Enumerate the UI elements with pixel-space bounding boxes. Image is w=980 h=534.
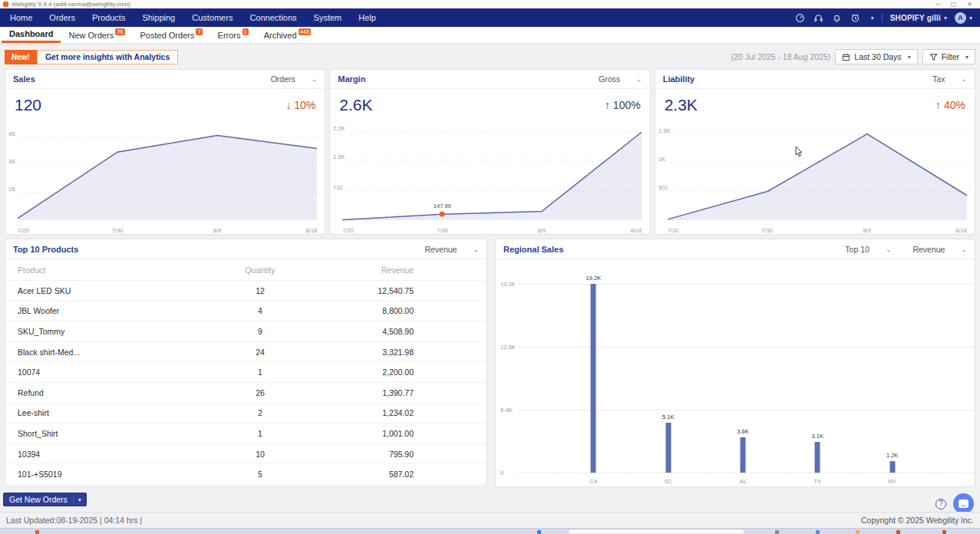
sales-chart: 4530157/207/308/98/18 [7,122,323,234]
taskbar-icon[interactable] [816,530,820,534]
regional-top-selector[interactable]: Top 10⌄ [845,245,891,254]
products-table-header: Product Quantity Revenue [5,259,487,281]
store-caret-icon[interactable]: ▾ [944,15,947,21]
bar-sc[interactable] [665,423,671,473]
taskbar-icon[interactable] [856,530,860,534]
margin-metric-label: Gross [599,74,620,84]
nav-item-system[interactable]: System [305,8,351,27]
cell-quantity: 4 [195,306,325,315]
margin-card-title: Margin [338,74,365,84]
data-point-marker [440,212,445,217]
table-row[interactable]: JBL Woofer48,800.00 [5,302,487,322]
get-new-orders-button[interactable]: Get New Orders ▾ [3,493,87,506]
data-point-label: 147.99 [434,203,451,209]
margin-metric-selector[interactable]: Gross⌄ [599,74,642,84]
window-title: Webgility 9.9.4 (aditi.verma@webgility.c… [12,1,935,8]
filter-button[interactable]: Filter ▾ [922,49,975,64]
table-row[interactable]: 1007412,200.00 [5,362,487,383]
nav-item-shipping[interactable]: Shipping [134,8,183,27]
nav-item-customers[interactable]: Customers [183,8,241,27]
nav-item-home[interactable]: Home [2,8,41,27]
period-selector[interactable]: Last 30 Days ▾ [835,49,917,64]
cell-revenue: 587.02 [325,470,487,479]
bar-value-label: 3.1K [812,433,823,440]
store-selector[interactable]: SHOPIFY gilli [890,14,941,22]
tab-label: Errors [218,31,241,40]
col-quantity: Quantity [195,265,325,275]
table-row[interactable]: 1039410795.90 [5,444,487,465]
new-badge: New! [5,50,37,64]
tab-archived[interactable]: Archived443 [256,27,318,43]
tab-errors[interactable]: Errors1 [210,27,256,43]
x-tick-label: 8/9 [863,227,870,234]
analytics-button[interactable]: Get more insights with Analytics [37,50,178,64]
nav-item-orders[interactable]: Orders [41,8,84,27]
tab-dashboard[interactable]: Dashboard [2,27,61,43]
tab-posted-orders[interactable]: Posted Orders7 [133,27,210,43]
chat-bubble-icon[interactable] [953,493,974,514]
bar-ny[interactable] [889,461,895,473]
tab-new-orders[interactable]: New Orders76 [61,27,132,43]
x-tick-label: 7/20 [18,227,29,234]
table-row[interactable]: Black shirt-Med...243,321.98 [5,342,487,363]
tab-label: Dashboard [9,29,53,38]
sales-metric-selector[interactable]: Orders⌄ [271,74,318,84]
minimize-button[interactable]: ─ [935,1,940,8]
table-row[interactable]: 101-+S50195587.02 [5,464,487,485]
bar-category-label: CA [589,478,597,485]
cell-revenue: 1,390.77 [325,388,487,397]
table-row[interactable]: Refund261,390.77 [5,383,487,404]
taskbar-icon[interactable] [896,530,900,534]
bar-category-label: SC [664,478,671,485]
table-row[interactable]: Acer LED SKU1212,540.75 [5,281,487,302]
cell-revenue: 8,800.00 [325,306,487,315]
table-row[interactable]: SKU_Tommy94,508.90 [5,321,487,342]
filter-button-label: Filter [942,52,959,61]
margin-chart: 2.2K1.5K7327/207/308/98/18147.99 [332,122,648,234]
liability-metric-label: Tax [932,74,945,84]
headset-icon[interactable] [813,12,824,23]
windows-taskbar[interactable] [0,528,980,534]
table-row[interactable]: Lee-shirt21,234.02 [5,404,487,424]
alarm-clock-icon[interactable] [850,12,861,23]
taskbar-icon[interactable] [942,530,946,534]
cell-product: Short_Shirt [18,429,195,438]
bell-icon[interactable] [832,12,843,23]
x-tick-label: 7/20 [668,227,679,234]
maximize-button[interactable]: ▢ [951,1,957,8]
sales-chart-plot: 453015 [7,122,323,231]
cell-quantity: 24 [195,348,325,357]
bar-al[interactable] [741,437,746,473]
table-row[interactable]: Short_Shirt11,001.00 [5,424,487,444]
cell-product: Refund [18,388,195,397]
avatar-caret-icon[interactable]: ▾ [969,15,972,21]
top-products-selector[interactable]: Revenue⌄ [424,245,479,254]
close-button[interactable]: ✕ [967,1,972,8]
taskbar-icon[interactable] [537,530,541,534]
avatar[interactable]: A [955,12,966,24]
nav-item-products[interactable]: Products [84,8,134,27]
cell-product: JBL Woofer [18,306,195,315]
regional-top-selector-label: Top 10 [845,245,869,254]
taskbar-icon[interactable] [35,530,39,534]
taskbar-search[interactable] [568,529,744,534]
alarm-caret-icon[interactable]: ▾ [871,15,874,21]
bar-ca[interactable] [591,284,596,473]
gauge-icon[interactable] [795,12,806,23]
nav-item-help[interactable]: Help [350,8,384,27]
svg-text:15: 15 [8,186,15,193]
x-tick-label: 7/30 [761,227,773,234]
taskbar-icon[interactable] [775,530,779,534]
nav-divider [882,13,883,22]
tab-label: New Orders [68,31,114,40]
liability-metric-selector[interactable]: Tax⌄ [932,74,967,84]
get-new-orders-caret-icon[interactable]: ▾ [74,496,86,503]
cell-revenue: 12,540.75 [325,286,487,295]
top-products-card: Top 10 Products Revenue⌄ Product Quantit… [5,239,487,487]
bottom-row: Top 10 Products Revenue⌄ Product Quantit… [5,239,975,487]
help-icon[interactable]: ? [935,499,946,509]
get-new-orders-label: Get New Orders [4,495,74,504]
nav-item-connections[interactable]: Connections [241,8,305,27]
regional-metric-selector[interactable]: Revenue⌄ [912,245,967,254]
bar-tx[interactable] [815,442,820,473]
